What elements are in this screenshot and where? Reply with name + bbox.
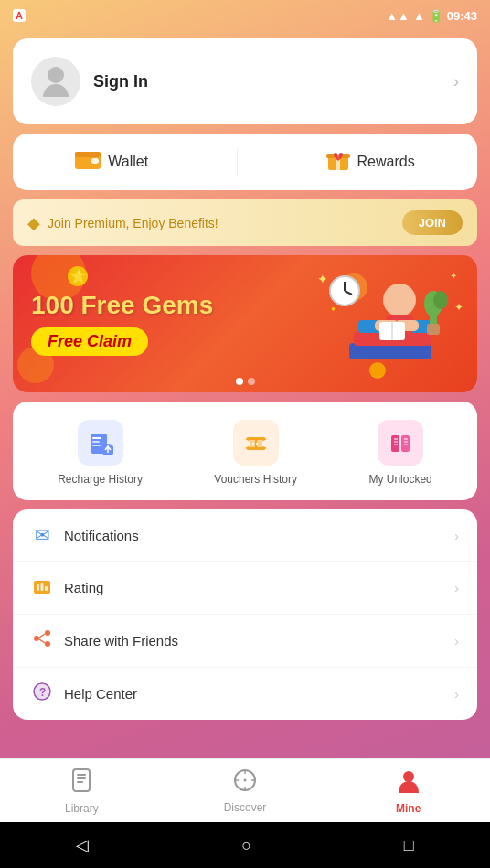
svg-point-10	[383, 284, 416, 316]
signin-card[interactable]: Sign In ›	[13, 38, 477, 124]
main-content: Sign In › Wallet	[0, 29, 490, 758]
my-unlocked-icon	[378, 420, 423, 466]
promo-dot-2	[248, 378, 255, 385]
wallet-item[interactable]: Wallet	[75, 148, 148, 176]
svg-rect-42	[41, 583, 44, 591]
promo-text-block: 100 Free Gems Free Claim	[31, 292, 213, 356]
status-right: ▲▲ ▲ 🔋 09:43	[386, 9, 477, 23]
share-menu-item[interactable]: Share with Friends ›	[13, 615, 477, 668]
svg-rect-52	[73, 769, 90, 791]
share-menu-left: Share with Friends	[31, 629, 178, 652]
promo-title: 100 Free Gems	[31, 292, 213, 320]
svg-rect-55	[77, 781, 83, 783]
nav-mine[interactable]: Mine	[372, 767, 445, 815]
premium-left: ◆ Join Premium, Enjoy Benefits!	[27, 213, 218, 233]
menu-card: ✉ Notifications › Rating ›	[13, 509, 477, 720]
svg-rect-38	[391, 435, 399, 452]
rewards-label: Rewards	[357, 154, 415, 170]
notifications-icon: ✉	[31, 524, 53, 546]
svg-point-45	[45, 641, 50, 647]
wallet-icon	[75, 149, 101, 175]
library-label: Library	[65, 802, 99, 815]
help-menu-item[interactable]: ? Help Center ›	[13, 668, 477, 720]
svg-line-47	[39, 634, 45, 638]
rewards-item[interactable]: Rewards	[326, 148, 415, 176]
help-label: Help Center	[64, 686, 137, 702]
back-button[interactable]: ◁	[69, 828, 96, 863]
rewards-icon	[326, 148, 350, 176]
premium-text: Join Premium, Enjoy Benefits!	[48, 216, 218, 230]
diamond-icon: ◆	[27, 213, 40, 233]
notifications-menu-item[interactable]: ✉ Notifications ›	[13, 509, 477, 562]
my-unlocked-label: My Unlocked	[368, 473, 431, 486]
status-left: A	[13, 9, 26, 22]
android-nav: ◁ ○ □	[0, 822, 490, 868]
svg-rect-36	[249, 440, 255, 447]
svg-text:✦: ✦	[454, 301, 463, 314]
vouchers-history-item[interactable]: Vouchers History	[214, 420, 297, 486]
avatar	[31, 57, 80, 106]
svg-rect-53	[77, 774, 86, 776]
home-button[interactable]: ○	[234, 829, 259, 863]
library-icon	[69, 767, 93, 798]
mine-label: Mine	[396, 802, 421, 815]
bottom-nav: Library Discover Mine	[0, 758, 490, 822]
mine-icon	[396, 767, 421, 798]
rating-icon	[31, 576, 53, 599]
svg-point-46	[34, 636, 39, 641]
time-display: 09:43	[447, 9, 477, 23]
svg-point-44	[45, 630, 50, 636]
status-bar: A ▲▲ ▲ 🔋 09:43	[0, 0, 490, 29]
promo-number: 100	[31, 291, 74, 319]
signin-label: Sign In	[93, 72, 148, 91]
svg-text:✦: ✦	[317, 272, 328, 286]
svg-text:?: ?	[39, 686, 46, 699]
join-button[interactable]: JOIN	[402, 210, 463, 235]
signin-left: Sign In	[31, 57, 148, 106]
svg-point-18	[433, 291, 448, 309]
promo-illustration: ✦ ✦ ● ✦	[294, 256, 468, 392]
premium-banner[interactable]: ◆ Join Premium, Enjoy Benefits! JOIN	[13, 199, 477, 246]
svg-point-62	[403, 771, 414, 782]
signin-chevron: ›	[453, 72, 459, 91]
recharge-history-item[interactable]: Recharge History	[58, 420, 143, 486]
nav-discover[interactable]: Discover	[208, 768, 282, 814]
quick-actions-card: Recharge History Vouchers History	[13, 402, 477, 500]
svg-text:✦: ✦	[450, 271, 457, 281]
nav-library[interactable]: Library	[45, 767, 118, 815]
svg-rect-43	[45, 586, 48, 591]
wifi-icon: ▲	[413, 9, 425, 23]
discover-label: Discover	[224, 801, 267, 814]
svg-rect-30	[92, 445, 101, 446]
svg-rect-54	[77, 777, 86, 779]
svg-point-57	[243, 778, 246, 781]
svg-point-0	[48, 67, 64, 83]
recharge-history-label: Recharge History	[58, 473, 143, 486]
battery-icon: 🔋	[429, 9, 443, 23]
promo-dot-1	[236, 378, 243, 385]
svg-text:●: ●	[331, 305, 336, 313]
svg-rect-29	[92, 441, 100, 443]
svg-rect-39	[401, 435, 410, 452]
share-label: Share with Friends	[64, 633, 178, 648]
notifications-menu-left: ✉ Notifications	[31, 524, 139, 546]
rating-menu-item[interactable]: Rating ›	[13, 562, 477, 615]
svg-rect-41	[37, 584, 39, 591]
vouchers-history-label: Vouchers History	[214, 473, 297, 486]
svg-rect-2	[75, 152, 101, 157]
my-unlocked-item[interactable]: My Unlocked	[368, 420, 431, 486]
notifications-chevron: ›	[454, 528, 459, 543]
notifications-label: Notifications	[64, 528, 139, 543]
promo-gems: Free Gems	[81, 291, 214, 319]
recent-button[interactable]: □	[397, 829, 421, 863]
svg-rect-28	[92, 437, 101, 439]
wallet-rewards-card: Wallet Rewards	[13, 134, 477, 190]
promo-claim-label: Free Claim	[31, 327, 148, 356]
promo-banner[interactable]: ⭐ 100 Free Gems Free Claim	[13, 255, 477, 392]
vouchers-history-icon	[233, 420, 279, 466]
share-icon	[31, 629, 53, 652]
divider	[237, 148, 238, 176]
recharge-history-icon	[78, 420, 123, 466]
app-icon: A	[13, 9, 26, 22]
help-menu-left: ? Help Center	[31, 682, 137, 705]
